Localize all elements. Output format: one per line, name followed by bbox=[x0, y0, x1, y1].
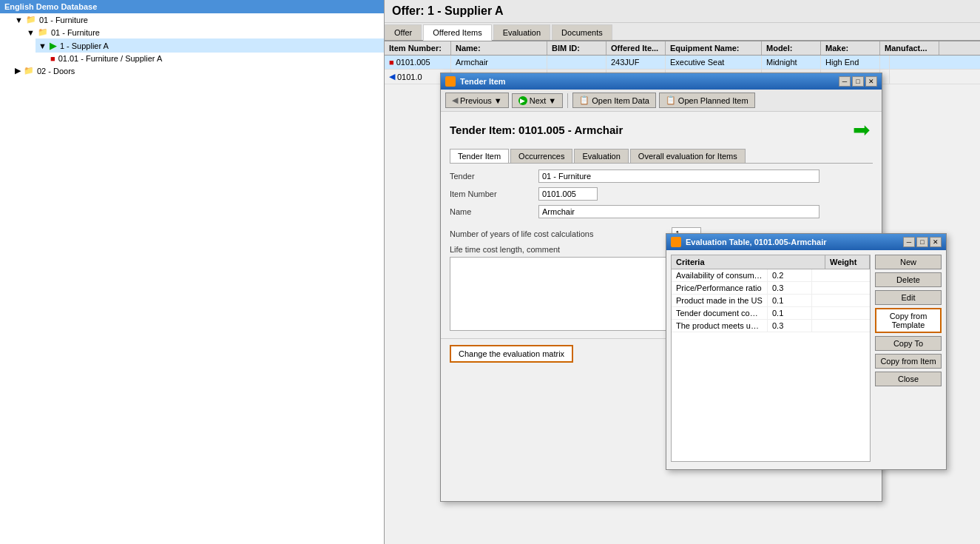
col-model: Model: bbox=[762, 41, 821, 55]
eval-dialog-icon bbox=[671, 237, 681, 247]
cell-offered-ite: 243JUF bbox=[606, 56, 666, 69]
tender-dialog-title-bar: Tender Item ─ □ ✕ bbox=[441, 73, 882, 90]
tender-dialog-toolbar: ◀ Previous ▼ ▶ Next ▼ 📋 Open Item Data 📋… bbox=[441, 90, 882, 112]
folder-icon: 📁 bbox=[38, 27, 48, 37]
evaluation-table-dialog: Evaluation Table, 0101.005-Armchair ─ □ … bbox=[666, 233, 947, 470]
eval-restore-button[interactable]: □ bbox=[916, 237, 928, 247]
weight-cell: 0.1 bbox=[768, 295, 812, 306]
tab-evaluation[interactable]: Evaluation bbox=[493, 24, 550, 40]
cell-make: High End bbox=[821, 56, 880, 69]
expand-icon: ▼ bbox=[15, 16, 23, 24]
row-icon-blue: ◀ bbox=[389, 72, 395, 81]
item-number-label: Item Number bbox=[450, 189, 538, 198]
edit-button[interactable]: Edit bbox=[875, 290, 942, 305]
open-planned-item-icon: 📋 bbox=[666, 95, 676, 105]
criteria-cell: The product meets user ... bbox=[672, 320, 768, 332]
weight-cell: 0.1 bbox=[768, 307, 812, 319]
tender-dialog-main-title: Tender Item: 0101.005 - Armchair bbox=[450, 124, 623, 136]
eval-minimize-button[interactable]: ─ bbox=[903, 237, 915, 247]
eval-table-row[interactable]: The product meets user ... 0.3 bbox=[672, 320, 870, 332]
expand-icon: ▼ bbox=[38, 41, 47, 50]
eval-dialog-title-text: Evaluation Table, 0101.005-Armchair bbox=[686, 238, 827, 246]
open-item-data-button[interactable]: 📋 Open Item Data bbox=[572, 93, 656, 108]
next-icon: ▶ bbox=[518, 96, 527, 105]
tender-dialog-title-text: Tender Item bbox=[460, 77, 506, 86]
eval-dialog-content: Criteria Weight Availability of consumab… bbox=[666, 250, 946, 466]
cell-name: Armchair bbox=[451, 56, 547, 69]
previous-icon: ◀ bbox=[452, 95, 458, 105]
cell-equipment-name: Executive Seat bbox=[666, 56, 762, 69]
change-evaluation-matrix-button[interactable]: Change the evaluation matrix bbox=[450, 345, 573, 363]
navigate-arrow-button[interactable]: ➡ bbox=[849, 118, 873, 141]
table-row[interactable]: ■ 0101.005 Armchair 243JUF Executive Sea… bbox=[385, 56, 980, 70]
delete-button[interactable]: Delete bbox=[875, 272, 942, 287]
tab-offered-items[interactable]: Offered Items bbox=[423, 24, 491, 41]
col-item-number: Item Number: bbox=[385, 41, 451, 55]
next-button[interactable]: ▶ Next ▼ bbox=[512, 93, 564, 108]
eval-close-btn[interactable]: Close bbox=[875, 372, 942, 386]
eval-buttons-panel: New Delete Edit Copy from Template Copy … bbox=[875, 255, 942, 462]
tender-dialog-controls[interactable]: ─ □ ✕ bbox=[839, 76, 877, 87]
inner-tab-bar: Tender Item Occurrences Evaluation Overa… bbox=[450, 149, 873, 164]
tree-item-01-furniture-sub[interactable]: ▼ 📁 01 - Furniture bbox=[24, 26, 384, 38]
previous-button[interactable]: ◀ Previous ▼ bbox=[445, 93, 509, 108]
tree-title: English Demo Database bbox=[0, 0, 384, 13]
criteria-cell: Tender document compl... bbox=[672, 307, 768, 319]
row-icon-red: ■ bbox=[389, 58, 394, 67]
criteria-cell: Price/Performance ratio bbox=[672, 282, 768, 294]
tab-tender-item[interactable]: Tender Item bbox=[450, 149, 509, 163]
criteria-cell: Product made in the US bbox=[672, 295, 768, 306]
eval-table-row[interactable]: Availability of consumables 0.2 bbox=[672, 269, 870, 282]
tab-offer[interactable]: Offer bbox=[385, 24, 422, 40]
tab-occurrences[interactable]: Occurrences bbox=[510, 149, 572, 163]
tab-documents[interactable]: Documents bbox=[552, 24, 612, 40]
tab-evaluation[interactable]: Evaluation bbox=[574, 149, 628, 163]
copy-to-button[interactable]: Copy To bbox=[875, 336, 942, 351]
eval-table-header: Criteria Weight bbox=[672, 255, 870, 269]
restore-button[interactable]: □ bbox=[852, 76, 864, 87]
expand-icon: ▶ bbox=[15, 66, 21, 75]
life-cost-label: Number of years of life cost calculation… bbox=[450, 229, 672, 238]
name-input[interactable] bbox=[538, 205, 820, 218]
item-icon: ■ bbox=[50, 54, 55, 63]
tree-item-0101-furniture[interactable]: ■ 01.01 - Furniture / Supplier A bbox=[47, 53, 384, 64]
new-button[interactable]: New bbox=[875, 255, 942, 269]
tree-item-01-furniture[interactable]: ▼ 📁 01 - Furniture bbox=[12, 13, 384, 26]
eval-close-button[interactable]: ✕ bbox=[930, 237, 942, 247]
tender-dialog-icon bbox=[445, 76, 456, 87]
open-item-data-icon: 📋 bbox=[579, 95, 589, 105]
copy-from-item-button[interactable]: Copy from Item bbox=[875, 354, 942, 369]
col-offered-ite: Offered Ite... bbox=[606, 41, 666, 55]
cell-item-number: ■ 0101.005 bbox=[385, 56, 451, 69]
main-tab-bar: Offer Offered Items Evaluation Documents bbox=[385, 23, 980, 41]
eval-table-row[interactable]: Price/Performance ratio 0.3 bbox=[672, 282, 870, 295]
previous-dropdown-icon: ▼ bbox=[494, 96, 502, 105]
eval-dialog-title-bar: Evaluation Table, 0101.005-Armchair ─ □ … bbox=[666, 234, 946, 250]
close-button[interactable]: ✕ bbox=[865, 76, 877, 87]
toolbar-separator bbox=[567, 93, 568, 108]
tab-overall-eval[interactable]: Overall evaluation for Items bbox=[630, 149, 746, 163]
offer-title: Offer: 1 - Supplier A bbox=[385, 0, 980, 23]
tender-label: Tender bbox=[450, 172, 538, 181]
weight-cell: 0.2 bbox=[768, 269, 812, 281]
table-header: Item Number: Name: BIM ID: Offered Ite..… bbox=[385, 41, 980, 56]
open-planned-item-button[interactable]: 📋 Open Planned Item bbox=[659, 93, 755, 108]
tender-input[interactable] bbox=[538, 169, 820, 183]
item-number-field-row: Item Number bbox=[450, 187, 873, 201]
col-make: Make: bbox=[821, 41, 880, 55]
tree-item-02-doors[interactable]: ▶ 📁 02 - Doors bbox=[12, 64, 384, 77]
name-field-row: Name bbox=[450, 205, 873, 218]
eval-table-row[interactable]: Product made in the US 0.1 bbox=[672, 295, 870, 307]
minimize-button[interactable]: ─ bbox=[839, 76, 851, 87]
folder-icon: 📁 bbox=[26, 15, 36, 24]
cell-bim-id bbox=[547, 56, 606, 69]
col-equipment-name: Equipment Name: bbox=[666, 41, 762, 55]
green-right-arrow-icon: ➡ bbox=[853, 118, 870, 142]
eval-dialog-controls[interactable]: ─ □ ✕ bbox=[903, 237, 942, 247]
copy-from-template-button[interactable]: Copy from Template bbox=[875, 308, 942, 333]
eval-table-row[interactable]: Tender document compl... 0.1 bbox=[672, 307, 870, 320]
item-number-input[interactable] bbox=[538, 187, 598, 201]
tree-item-supplier-a[interactable]: ▼ ▶ 1 - Supplier A bbox=[36, 38, 384, 53]
col-bim-id: BIM ID: bbox=[547, 41, 606, 55]
folder-icon: 📁 bbox=[24, 66, 34, 75]
